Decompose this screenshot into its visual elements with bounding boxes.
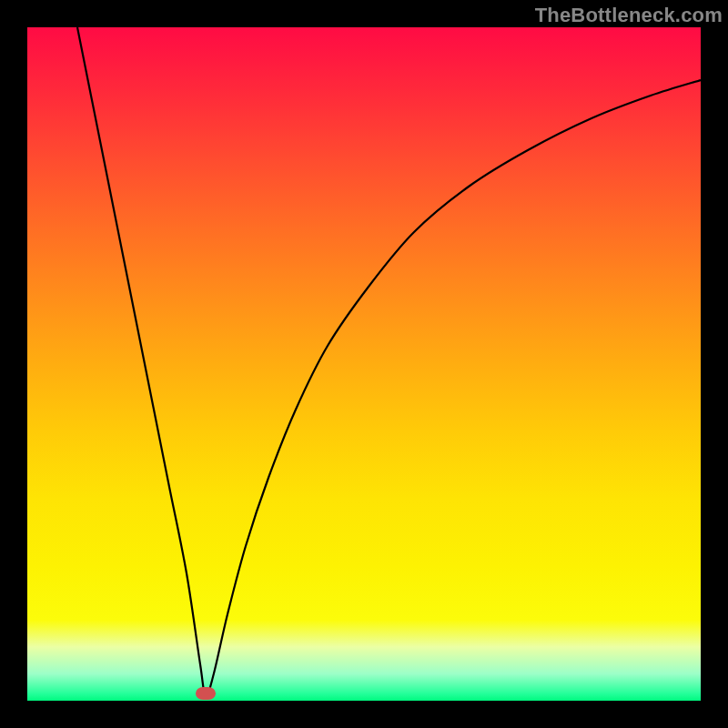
optimal-point-marker: [196, 687, 216, 700]
curve-svg: [27, 27, 701, 701]
bottleneck-curve: [77, 27, 701, 696]
chart-frame: TheBottleneck.com: [0, 0, 728, 728]
watermark-text: TheBottleneck.com: [535, 4, 723, 27]
plot-area: [27, 27, 701, 701]
